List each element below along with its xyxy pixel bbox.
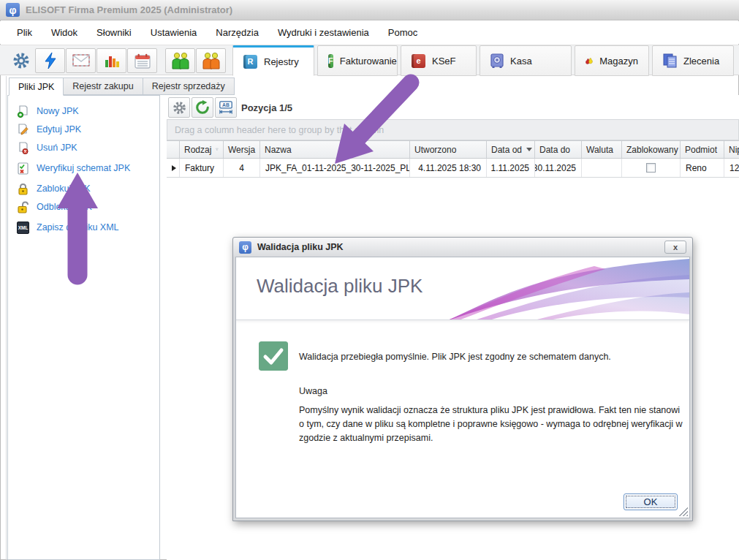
- success-message: Walidacja przebiegła pomyślnie. Plik JPK…: [299, 352, 611, 362]
- contacts-button[interactable]: [165, 48, 195, 73]
- subtab-pliki-jpk[interactable]: Pliki JPK: [9, 77, 64, 96]
- mail-button[interactable]: [66, 48, 96, 73]
- menu-pomoc[interactable]: Pomoc: [379, 23, 427, 42]
- left-divider: [6, 76, 7, 560]
- zablokowany-checkbox[interactable]: [646, 163, 656, 173]
- cell-waluta: [582, 159, 622, 177]
- subtab-strip: Pliki JPK Rejestr zakupu Rejestr sprzeda…: [9, 77, 235, 96]
- verify-schema-icon: [17, 162, 29, 175]
- envelope-icon: [72, 54, 90, 67]
- dialog-heading: Walidacja pliku JPK: [257, 275, 422, 298]
- current-row-arrow-icon: [172, 165, 176, 171]
- resize-grip[interactable]: [679, 507, 688, 516]
- tab-label: Zlecenia: [683, 56, 719, 67]
- tab-label: Rejestry: [264, 56, 299, 67]
- menu-wydruki[interactable]: Wydruki i zestawienia: [268, 23, 379, 42]
- subtab-rejestr-sprzedazy[interactable]: Rejestr sprzedaży: [143, 77, 235, 95]
- action-label: Usuń JPK: [37, 143, 77, 153]
- lock-closed-icon: [17, 183, 29, 195]
- cell-zablokowany: [622, 159, 681, 177]
- header-data-do[interactable]: Data do: [535, 141, 582, 158]
- header-podmiot[interactable]: Podmiot: [681, 141, 724, 158]
- table-row[interactable]: Faktury 4 JPK_FA_01-11-2025_30-11-2025_P…: [167, 159, 739, 178]
- tab-label: Magazyn: [599, 56, 638, 67]
- tab-kasa[interactable]: Kasa: [480, 45, 572, 76]
- cell-podmiot: Reno: [681, 159, 724, 177]
- header-wersja[interactable]: Wersja: [224, 141, 260, 158]
- menu-ustawienia[interactable]: Ustawienia: [141, 23, 207, 42]
- gear-icon: [12, 52, 30, 69]
- documents-icon: [663, 53, 677, 68]
- action-odblokuj-jpk[interactable]: Odblokuj JPK: [17, 199, 92, 215]
- ok-button[interactable]: OK: [624, 493, 678, 510]
- dialog-content: Walidacja pliku JPK Walidacja przebiegła…: [235, 257, 690, 518]
- tab-label: Fakturowanie: [340, 56, 397, 67]
- action-nowy-jpk[interactable]: Nowy JPK: [17, 103, 79, 119]
- close-icon: x: [673, 243, 678, 251]
- column-title: Waluta: [586, 145, 613, 155]
- bar-chart-icon: [104, 53, 120, 68]
- tab-magazyn[interactable]: Magazyn: [575, 45, 649, 76]
- people-orange-icon: [202, 52, 221, 69]
- group-by-hint: Drag a column header here to group by th…: [175, 125, 384, 135]
- column-title: Data od: [491, 145, 522, 155]
- column-title: Nazwa: [265, 145, 292, 155]
- column-title: Data do: [539, 145, 570, 155]
- grid-settings-button[interactable]: [168, 97, 190, 118]
- app-window: φ ELISOFT Firma Premium 2025 (Administra…: [0, 0, 739, 560]
- dialog-close-button[interactable]: x: [664, 241, 686, 254]
- header-rodzaj[interactable]: Rodzaj: [180, 141, 224, 158]
- header-zablokowany[interactable]: Zablokowany: [622, 141, 681, 158]
- reports-chart-button[interactable]: [96, 48, 126, 73]
- header-utworzono[interactable]: Utworzono: [410, 141, 487, 158]
- header-nazwa[interactable]: Nazwa: [260, 141, 410, 158]
- safe-icon: [490, 53, 504, 68]
- menu-plik[interactable]: Plik: [7, 23, 42, 42]
- column-width-icon: AB: [219, 100, 233, 115]
- menu-widok[interactable]: Widok: [42, 23, 87, 42]
- tab-zlecenia[interactable]: Zlecenia: [652, 45, 734, 76]
- action-zablokuj-jpk[interactable]: Zablokuj JPK: [17, 181, 91, 197]
- quick-actions-button[interactable]: [35, 48, 65, 73]
- tab-fakturowanie[interactable]: F Fakturowanie: [317, 45, 398, 76]
- grid-column-width-button[interactable]: AB: [215, 97, 237, 118]
- dialog-title-bar: φ Walidacja pliku JPK x: [233, 238, 692, 257]
- calendar-button[interactable]: [127, 48, 157, 73]
- filter-funnel-icon[interactable]: [216, 146, 219, 153]
- employees-button[interactable]: [196, 48, 226, 73]
- cell-data-od: 1.11.2025: [487, 159, 535, 177]
- success-check-icon: [259, 341, 288, 371]
- menu-narzedzia[interactable]: Narzędzia: [206, 23, 268, 42]
- action-edytuj-jpk[interactable]: Edytuj JPK: [17, 121, 81, 137]
- fakturowanie-book-icon: F: [328, 54, 333, 68]
- action-label: Edytuj JPK: [37, 124, 81, 135]
- group-by-bar[interactable]: Drag a column header here to group by th…: [167, 119, 739, 140]
- tab-rejestry[interactable]: R Rejestry: [232, 45, 314, 76]
- calendar-icon: [134, 53, 151, 69]
- gear-icon: [173, 101, 186, 115]
- new-document-icon: [17, 105, 29, 118]
- cell-wersja: 4: [224, 159, 260, 177]
- cell-rodzaj: Faktury: [180, 159, 224, 177]
- header-nip[interactable]: Nip: [724, 141, 739, 158]
- settings-gear-button[interactable]: [6, 48, 36, 73]
- purple-swoosh-graphic: [448, 257, 689, 319]
- grid-refresh-button[interactable]: [192, 97, 213, 118]
- cell-nazwa: JPK_FA_01-11-2025_30-11-2025_PLN.XML: [260, 159, 410, 177]
- cell-utworzono: 4.11.2025 18:30: [410, 159, 487, 177]
- jpk-actions-panel: Nowy JPK Edytuj JPK Usuń JPK Weryfikuj: [7, 95, 160, 560]
- people-green-icon: [171, 52, 190, 69]
- tab-label: Kasa: [510, 56, 532, 67]
- subtab-rejestr-zakupu[interactable]: Rejestr zakupu: [64, 77, 143, 95]
- header-waluta[interactable]: Waluta: [582, 141, 622, 158]
- action-weryfikuj-schemat[interactable]: Weryfikuj schemat JPK: [17, 160, 130, 176]
- menu-bar: Plik Widok Słowniki Ustawienia Narzędzia…: [0, 21, 739, 44]
- delete-document-icon: [17, 142, 29, 154]
- tab-ksef[interactable]: e KSeF: [401, 45, 477, 76]
- action-zapisz-xml[interactable]: XML Zapisz do pliku XML: [17, 219, 119, 235]
- action-usun-jpk[interactable]: Usuń JPK: [17, 140, 77, 156]
- header-data-od[interactable]: Data od: [487, 141, 535, 158]
- sort-descending-icon: [526, 148, 532, 151]
- menu-slowniki[interactable]: Słowniki: [87, 23, 141, 42]
- grid-header-row: Rodzaj Wersja Nazwa Utworzono Data od Da…: [167, 140, 739, 159]
